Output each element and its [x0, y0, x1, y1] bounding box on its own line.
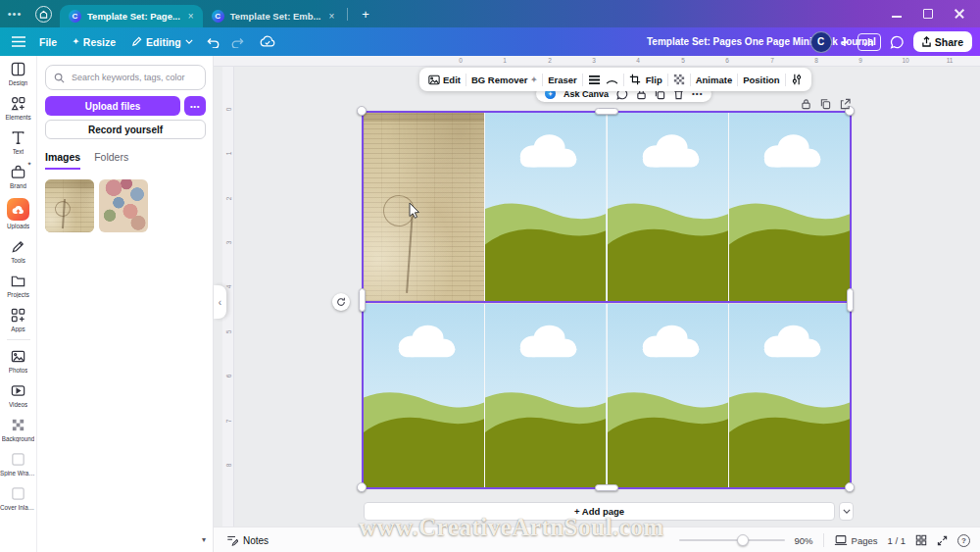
minimize-icon[interactable]: [892, 9, 902, 19]
sidebar-item-brand[interactable]: ✦ Brand: [0, 159, 37, 193]
sidebar-item-design[interactable]: Design: [0, 56, 37, 90]
rotate-handle[interactable]: [332, 293, 350, 311]
landscape-panel-image[interactable]: [485, 304, 606, 487]
avatar[interactable]: C: [810, 31, 832, 53]
search-field[interactable]: [70, 72, 197, 83]
browser-menu-icon[interactable]: •••: [0, 8, 29, 20]
new-tab-button[interactable]: +: [352, 7, 379, 22]
adjust-lines-icon[interactable]: [588, 75, 601, 85]
duplicate-page-button[interactable]: [820, 98, 831, 110]
editing-mode-dropdown[interactable]: Editing: [131, 36, 193, 48]
close-tab-icon[interactable]: ×: [188, 11, 194, 22]
resize-button[interactable]: ✦ Resize: [73, 36, 116, 48]
add-page-button[interactable]: + Add page: [364, 502, 835, 521]
sidebar-item-cover-inlay[interactable]: Cover Inlay ...: [0, 480, 37, 515]
page-cell[interactable]: [364, 113, 484, 301]
resize-handle-right[interactable]: [847, 288, 854, 312]
sidebar-item-elements[interactable]: Elements: [0, 90, 37, 125]
zoom-slider-thumb[interactable]: [737, 534, 749, 546]
bg-remover-button[interactable]: BG Remover ✦: [471, 75, 537, 85]
animate-button[interactable]: Animate: [696, 75, 732, 85]
resize-handle-bottom[interactable]: [595, 484, 618, 491]
crop-icon[interactable]: [629, 74, 641, 85]
flip-button[interactable]: Flip: [646, 75, 662, 85]
sidebar-item-photos[interactable]: Photos: [0, 343, 37, 377]
panel-scroll-down-icon[interactable]: ▾: [202, 535, 206, 544]
transparency-icon[interactable]: [673, 74, 685, 85]
page-cell[interactable]: [729, 304, 850, 487]
export-page-button[interactable]: [840, 98, 851, 110]
sidebar-item-projects[interactable]: Projects: [0, 268, 37, 302]
grid-view-button[interactable]: [915, 534, 927, 546]
page-cell[interactable]: [729, 113, 850, 301]
sidebar-item-spine-wrap[interactable]: Spine Wrap...: [0, 446, 37, 480]
resize-handle-left[interactable]: [359, 288, 366, 312]
add-page-dropdown[interactable]: [839, 502, 854, 521]
landscape-panel-image[interactable]: [485, 113, 606, 301]
resize-handle-bottom-right[interactable]: [845, 482, 855, 492]
page-cell[interactable]: [485, 113, 606, 301]
landscape-panel-image[interactable]: [364, 304, 484, 487]
create-design-button[interactable]: +: [841, 34, 849, 50]
landscape-panel-image[interactable]: [608, 113, 728, 301]
upload-files-button[interactable]: Upload files: [45, 96, 180, 116]
close-window-icon[interactable]: [955, 9, 964, 19]
notes-button[interactable]: Notes: [226, 527, 269, 552]
collapse-panel-button[interactable]: ‹: [214, 285, 226, 319]
tab-images[interactable]: Images: [45, 151, 80, 170]
tab-folders[interactable]: Folders: [94, 151, 128, 170]
fullscreen-button[interactable]: [937, 535, 948, 546]
comments-icon[interactable]: [890, 35, 905, 49]
record-yourself-button[interactable]: Record yourself: [45, 120, 206, 139]
lock-page-button[interactable]: [801, 98, 811, 110]
uploaded-image-floral-paper[interactable]: [99, 179, 148, 232]
close-tab-icon[interactable]: ×: [328, 11, 334, 22]
sidebar-item-tools[interactable]: Tools: [0, 233, 37, 268]
browser-tab-inactive[interactable]: C Template Set: Emb... ×: [203, 5, 344, 27]
text-icon: [10, 129, 26, 146]
tune-sliders-icon[interactable]: [791, 74, 803, 85]
landscape-panel-image[interactable]: [729, 113, 850, 301]
search-input[interactable]: [45, 65, 206, 90]
redo-icon[interactable]: [230, 36, 244, 48]
edit-image-button[interactable]: Edit: [428, 75, 461, 85]
position-button[interactable]: Position: [743, 75, 779, 85]
sparkle-icon: ✦: [531, 75, 538, 84]
resize-handle-top-left[interactable]: [357, 106, 367, 116]
uploads-panel: Upload files ••• Record yourself Images …: [37, 56, 214, 552]
vintage-paper-image[interactable]: [364, 113, 484, 301]
sidebar-item-videos[interactable]: Videos: [0, 377, 37, 412]
resize-handle-top[interactable]: [595, 108, 618, 115]
design-page-1[interactable]: [364, 113, 850, 301]
sidebar-item-text[interactable]: Text: [0, 125, 37, 159]
landscape-panel-image[interactable]: [608, 304, 728, 487]
hamburger-menu-icon[interactable]: [12, 36, 25, 47]
upload-more-button[interactable]: •••: [184, 96, 206, 116]
page-cell[interactable]: [608, 113, 728, 301]
page-cell[interactable]: [485, 304, 606, 487]
undo-icon[interactable]: [207, 36, 220, 48]
sidebar-item-background[interactable]: Background: [0, 412, 37, 446]
zoom-slider[interactable]: [679, 539, 785, 541]
page-cell[interactable]: [608, 304, 728, 487]
insights-icon[interactable]: [858, 33, 881, 51]
design-page-2[interactable]: [364, 304, 850, 487]
eraser-button[interactable]: Eraser: [548, 75, 577, 85]
zoom-level[interactable]: 90%: [795, 535, 813, 546]
curve-icon[interactable]: [606, 75, 618, 84]
sidebar-item-uploads[interactable]: Uploads: [0, 193, 37, 233]
browser-tab-active[interactable]: C Template Set: Page... ×: [60, 5, 203, 27]
resize-handle-bottom-left[interactable]: [357, 482, 367, 492]
sidebar-item-apps[interactable]: Apps: [0, 302, 37, 336]
uploaded-image-vintage-paper[interactable]: [45, 179, 94, 232]
pages-icon: [834, 534, 848, 546]
page-cell[interactable]: [364, 304, 484, 487]
maximize-icon[interactable]: [923, 9, 933, 19]
file-menu[interactable]: File: [39, 36, 57, 48]
pages-button[interactable]: Pages: [834, 534, 878, 546]
help-button[interactable]: ?: [957, 534, 970, 547]
cloud-saved-icon[interactable]: [260, 35, 275, 48]
home-icon[interactable]: [35, 6, 52, 23]
landscape-panel-image[interactable]: [729, 304, 850, 487]
share-button[interactable]: Share: [913, 31, 972, 52]
